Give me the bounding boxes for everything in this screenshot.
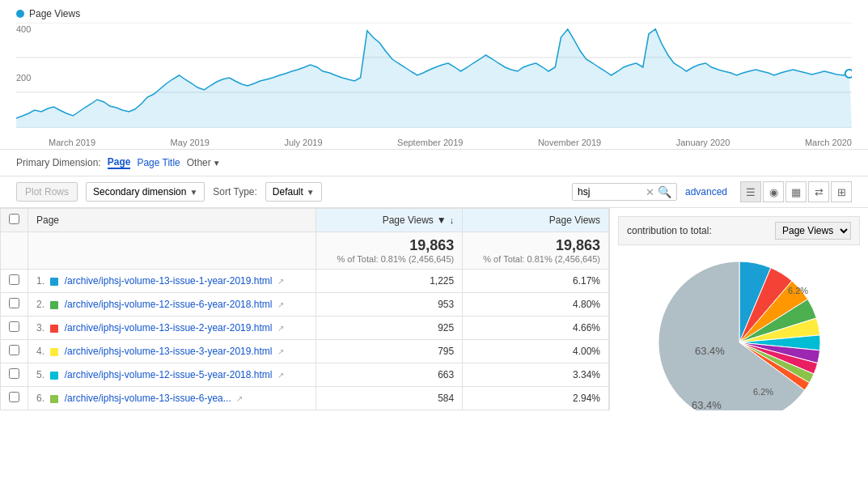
row-percent-cell-5: 2.94% <box>463 387 609 410</box>
row-checkbox-4[interactable] <box>9 368 19 379</box>
pie-chart-svg: 63.4%6.2% <box>642 253 836 410</box>
row-percent-cell-3: 4.00% <box>463 340 609 363</box>
row-checkbox-1[interactable] <box>9 298 19 308</box>
row-num-5: 6. <box>36 393 48 404</box>
search-input[interactable] <box>578 186 642 198</box>
row-color-dot-1 <box>50 301 58 309</box>
row-color-dot-0 <box>50 278 58 286</box>
row-views-cell-3: 795 <box>316 340 463 363</box>
pie-view-icon[interactable]: ◉ <box>763 181 784 202</box>
row-checkbox-cell-2 <box>1 316 28 340</box>
row-page-cell-0: 1. /archive/iphsj-volume-13-issue-1-year… <box>28 270 316 293</box>
line-chart-svg <box>16 23 852 128</box>
data-table: Page Page Views ▼ ↓ Page Views 19,863 <box>0 208 609 410</box>
legend-dot <box>16 10 24 18</box>
row-checkbox-cell-0 <box>1 270 28 293</box>
row-checkbox-cell-1 <box>1 293 28 316</box>
row-percent-cell-0: 6.17% <box>463 270 609 293</box>
y-label-200: 200 <box>16 73 31 83</box>
y-label-400: 400 <box>16 24 31 34</box>
select-all-checkbox[interactable] <box>9 214 19 224</box>
primary-dim-page[interactable]: Page <box>108 156 131 169</box>
row-num-4: 5. <box>36 369 48 380</box>
row-page-link-2[interactable]: /archive/iphsj-volume-13-issue-2-year-20… <box>65 322 273 333</box>
row-checkbox-2[interactable] <box>9 321 19 332</box>
table-view-icon[interactable]: ☰ <box>740 181 761 202</box>
secondary-dim-label: Secondary dimension <box>93 186 186 198</box>
view-icons: ☰ ◉ ▦ ⇄ ⊞ <box>740 181 852 202</box>
sort-type-dropdown[interactable]: Default ▼ <box>265 182 322 202</box>
metric-dropdown-arrow: ▼ <box>437 215 447 226</box>
other-dropdown[interactable]: Other ▼ <box>187 157 221 168</box>
row-views-cell-5: 584 <box>316 387 463 410</box>
primary-dim-label: Primary Dimension: <box>16 157 101 168</box>
y-axis-labels: 400 200 <box>16 24 31 121</box>
primary-dim-page-title[interactable]: Page Title <box>137 157 180 168</box>
row-checkbox-0[interactable] <box>9 274 19 285</box>
row-page-link-0[interactable]: /archive/iphsj-volume-13-issue-1-year-20… <box>65 275 273 287</box>
row-num-3: 4. <box>36 346 48 357</box>
row-link-icon-0: ↗ <box>277 277 284 286</box>
plot-rows-button[interactable]: Plot Rows <box>16 182 78 202</box>
row-page-cell-2: 3. /archive/iphsj-volume-13-issue-2-year… <box>28 316 316 340</box>
row-checkbox-5[interactable] <box>9 392 19 402</box>
row-link-icon-4: ↗ <box>277 371 284 380</box>
toolbar: Plot Rows Secondary dimension ▼ Sort Typ… <box>0 176 868 208</box>
row-page-link-5[interactable]: /archive/iphsj-volume-13-issue-6-yea... <box>65 393 231 404</box>
table-row: 4. /archive/iphsj-volume-13-issue-3-year… <box>1 340 609 363</box>
row-page-cell-1: 2. /archive/iphsj-volume-12-issue-6-year… <box>28 293 316 316</box>
row-color-dot-4 <box>50 372 58 380</box>
row-checkbox-cell-5 <box>1 387 28 410</box>
custom-view-icon[interactable]: ⊞ <box>831 181 852 202</box>
pie-header: contribution to total: Page Views <box>618 216 860 245</box>
other-label: Other <box>187 157 211 168</box>
x-label-2: July 2019 <box>284 138 322 147</box>
row-color-dot-3 <box>50 348 58 356</box>
other-dropdown-arrow: ▼ <box>213 159 221 168</box>
row-page-cell-3: 4. /archive/iphsj-volume-13-issue-3-year… <box>28 340 316 363</box>
x-label-6: March 2020 <box>805 138 852 147</box>
row-checkbox-cell-3 <box>1 340 28 363</box>
bar-view-icon[interactable]: ▦ <box>785 181 807 202</box>
total-sub: % of Total: 0.81% (2,456,645) <box>324 254 454 264</box>
row-page-link-3[interactable]: /archive/iphsj-volume-13-issue-3-year-20… <box>65 346 273 357</box>
row-checkbox-cell-4 <box>1 363 28 387</box>
table-row: 5. /archive/iphsj-volume-12-issue-5-year… <box>1 363 609 387</box>
row-link-icon-1: ↗ <box>277 300 284 309</box>
x-axis-labels: March 2019 May 2019 July 2019 September … <box>49 138 852 147</box>
page-views-column-header[interactable]: Page Views ▼ ↓ <box>316 209 463 232</box>
page-views2-column-header: Page Views <box>463 209 609 232</box>
row-views-cell-1: 953 <box>316 293 463 316</box>
search-button[interactable]: 🔍 <box>658 185 671 198</box>
row-link-icon-5: ↗ <box>236 394 243 403</box>
row-color-dot-2 <box>50 325 58 333</box>
row-views-cell-0: 1,225 <box>316 270 463 293</box>
row-percent-cell-2: 4.66% <box>463 316 609 340</box>
page-column-header: Page <box>28 209 316 232</box>
svg-text:6.2%: 6.2% <box>788 286 808 295</box>
row-page-link-4[interactable]: /archive/iphsj-volume-12-issue-5-year-20… <box>65 369 273 380</box>
total-row: 19,863 % of Total: 0.81% (2,456,645) 19,… <box>1 232 609 270</box>
svg-text:63.4%: 63.4% <box>695 345 725 357</box>
metric-dropdown: Page Views ▼ ↓ <box>324 215 454 226</box>
sort-type-label: Sort Type: <box>213 186 256 198</box>
table-container: Page Page Views ▼ ↓ Page Views 19,863 <box>0 208 868 410</box>
x-label-0: March 2019 <box>49 138 95 147</box>
table-row: 2. /archive/iphsj-volume-12-issue-6-year… <box>1 293 609 316</box>
svg-point-4 <box>845 70 852 78</box>
row-num-1: 2. <box>36 299 48 310</box>
compare-view-icon[interactable]: ⇄ <box>808 181 829 202</box>
contribution-metric-select[interactable]: Page Views <box>775 222 851 240</box>
select-all-cell <box>1 209 28 232</box>
total-value2: 19,863 <box>471 237 600 254</box>
row-page-link-1[interactable]: /archive/iphsj-volume-12-issue-6-year-20… <box>65 299 273 310</box>
search-clear-button[interactable]: ✕ <box>646 186 654 198</box>
row-page-cell-5: 6. /archive/iphsj-volume-13-issue-6-yea.… <box>28 387 316 410</box>
row-percent-cell-1: 4.80% <box>463 293 609 316</box>
advanced-link[interactable]: advanced <box>685 186 727 198</box>
contribution-label: contribution to total: <box>627 225 712 236</box>
pie-area: contribution to total: Page Views 63.4%6… <box>609 208 868 410</box>
row-checkbox-3[interactable] <box>9 345 19 355</box>
x-label-3: September 2019 <box>397 138 463 147</box>
secondary-dimension-dropdown[interactable]: Secondary dimension ▼ <box>86 182 205 202</box>
